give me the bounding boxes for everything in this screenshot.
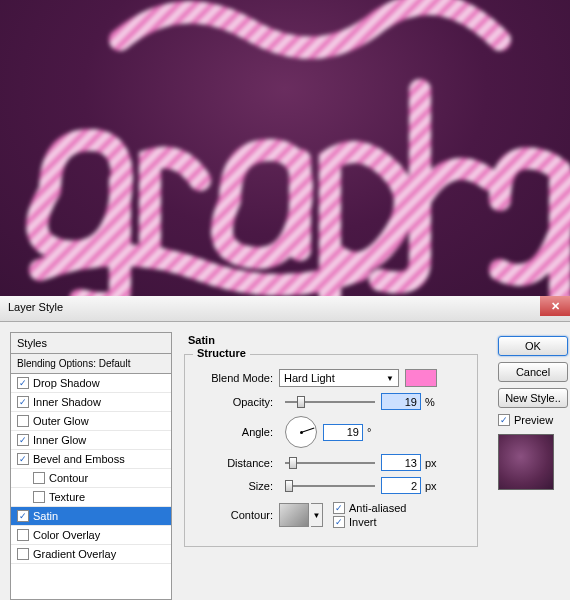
new-style-button[interactable]: New Style.. — [498, 388, 568, 408]
size-unit: px — [425, 480, 437, 492]
blending-options-row[interactable]: Blending Options: Default — [11, 354, 171, 374]
styles-list: Styles Blending Options: Default Drop Sh… — [10, 332, 172, 600]
structure-label: Structure — [193, 347, 250, 359]
candy-typography — [0, 0, 570, 296]
slider-thumb[interactable] — [297, 396, 305, 408]
size-input[interactable] — [381, 477, 421, 494]
checkbox-icon — [498, 414, 510, 426]
opacity-label: Opacity: — [195, 396, 273, 408]
style-item-satin[interactable]: Satin — [11, 507, 171, 526]
angle-dial[interactable] — [285, 416, 317, 448]
style-item-bevel-and-emboss[interactable]: Bevel and Emboss — [11, 450, 171, 469]
size-label: Size: — [195, 480, 273, 492]
checkbox-icon — [17, 548, 29, 560]
checkbox-icon — [17, 396, 29, 408]
style-item-label: Drop Shadow — [33, 377, 100, 389]
style-item-gradient-overlay[interactable]: Gradient Overlay — [11, 545, 171, 564]
checkbox-icon — [33, 472, 45, 484]
invert-checkbox-row[interactable]: Invert — [333, 516, 406, 528]
angle-input[interactable] — [323, 424, 363, 441]
contour-label: Contour: — [195, 509, 273, 521]
checkbox-icon — [17, 434, 29, 446]
style-item-color-overlay[interactable]: Color Overlay — [11, 526, 171, 545]
cancel-button[interactable]: Cancel — [498, 362, 568, 382]
angle-indicator — [301, 427, 315, 433]
distance-unit: px — [425, 457, 437, 469]
distance-slider[interactable] — [285, 462, 375, 464]
style-item-texture[interactable]: Texture — [11, 488, 171, 507]
checkbox-icon — [333, 516, 345, 528]
opacity-input[interactable] — [381, 393, 421, 410]
blend-mode-label: Blend Mode: — [195, 372, 273, 384]
settings-panel: Satin Structure Blend Mode: Hard Light ▼… — [172, 332, 490, 600]
preview-checkbox-row[interactable]: Preview — [498, 414, 570, 426]
opacity-slider[interactable] — [285, 401, 375, 403]
structure-fieldset: Structure Blend Mode: Hard Light ▼ Opaci… — [184, 354, 478, 547]
angle-unit: ° — [367, 426, 371, 438]
style-item-drop-shadow[interactable]: Drop Shadow — [11, 374, 171, 393]
effect-title: Satin — [188, 334, 478, 346]
checkbox-icon — [333, 502, 345, 514]
dialog-titlebar: Layer Style ✕ — [0, 296, 570, 322]
dialog-buttons: OK Cancel New Style.. Preview — [490, 332, 570, 600]
dialog-body: Styles Blending Options: Default Drop Sh… — [0, 322, 570, 600]
document-canvas — [0, 0, 570, 296]
preview-swatch — [498, 434, 554, 490]
style-item-label: Inner Glow — [33, 434, 86, 446]
style-item-label: Texture — [49, 491, 85, 503]
checkbox-icon — [17, 529, 29, 541]
close-button[interactable]: ✕ — [540, 296, 570, 316]
close-icon: ✕ — [551, 300, 560, 313]
slider-thumb[interactable] — [289, 457, 297, 469]
checkbox-icon — [17, 453, 29, 465]
contour-dropdown-arrow[interactable]: ▼ — [311, 503, 323, 527]
invert-label: Invert — [349, 516, 377, 528]
style-item-contour[interactable]: Contour — [11, 469, 171, 488]
style-item-label: Color Overlay — [33, 529, 100, 541]
checkbox-icon — [17, 377, 29, 389]
ok-button[interactable]: OK — [498, 336, 568, 356]
slider-thumb[interactable] — [285, 480, 293, 492]
antialiased-label: Anti-aliased — [349, 502, 406, 514]
size-slider[interactable] — [285, 485, 375, 487]
style-item-label: Contour — [49, 472, 88, 484]
style-item-outer-glow[interactable]: Outer Glow — [11, 412, 171, 431]
style-item-inner-shadow[interactable]: Inner Shadow — [11, 393, 171, 412]
color-swatch[interactable] — [405, 369, 437, 387]
style-item-label: Gradient Overlay — [33, 548, 116, 560]
contour-preview[interactable] — [279, 503, 309, 527]
style-item-inner-glow[interactable]: Inner Glow — [11, 431, 171, 450]
dialog-title: Layer Style — [8, 301, 63, 313]
style-item-label: Inner Shadow — [33, 396, 101, 408]
antialiased-checkbox-row[interactable]: Anti-aliased — [333, 502, 406, 514]
style-item-label: Bevel and Emboss — [33, 453, 125, 465]
opacity-unit: % — [425, 396, 435, 408]
checkbox-icon — [33, 491, 45, 503]
checkbox-icon — [17, 510, 29, 522]
style-item-label: Outer Glow — [33, 415, 89, 427]
style-item-label: Satin — [33, 510, 58, 522]
preview-label: Preview — [514, 414, 553, 426]
distance-label: Distance: — [195, 457, 273, 469]
angle-label: Angle: — [195, 426, 273, 438]
chevron-down-icon: ▼ — [386, 374, 394, 383]
blend-mode-value: Hard Light — [284, 372, 335, 384]
styles-header[interactable]: Styles — [11, 333, 171, 354]
checkbox-icon — [17, 415, 29, 427]
distance-input[interactable] — [381, 454, 421, 471]
blend-mode-dropdown[interactable]: Hard Light ▼ — [279, 369, 399, 387]
